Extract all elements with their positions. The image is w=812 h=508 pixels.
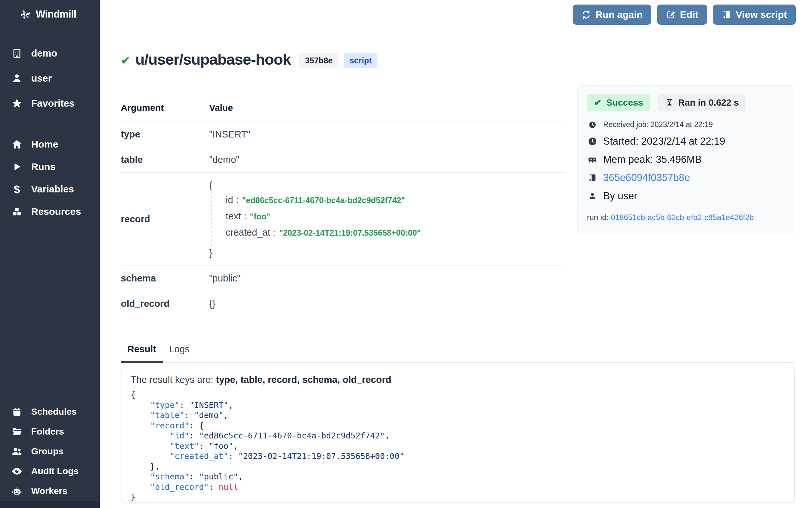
argument-value: "INSERT": [209, 122, 564, 147]
table-row: record { id : "ed86c5cc-6711-4670-bc4a-b…: [121, 173, 564, 266]
sidebar-item-user[interactable]: user: [0, 66, 100, 91]
code-line: {: [131, 390, 785, 400]
scroll-icon: [587, 173, 598, 182]
run-id-link[interactable]: 018651cb-ac5b-62cb-efb2-c85a1e426f2b: [611, 213, 754, 222]
sidebar-item-folders[interactable]: Folders: [0, 422, 100, 441]
memory-icon: [587, 155, 598, 164]
sidebar-item-label: Audit Logs: [31, 466, 79, 476]
code-token: {: [131, 390, 135, 399]
received-job-text: Received job: 2023/2/14 at 22:19: [603, 120, 713, 129]
hourglass-icon: [665, 98, 674, 107]
sidebar-item-resources[interactable]: Resources: [0, 200, 100, 223]
table-row: old_record {}: [121, 291, 564, 316]
code-token: "type": [150, 400, 179, 410]
sidebar-workspace-group: demo user Favorites: [0, 29, 100, 125]
star-icon: [11, 97, 23, 109]
status-badges: ✔ Success Ran in 0.622 s: [587, 94, 784, 111]
sidebar-item-workers[interactable]: Workers: [0, 481, 100, 501]
code-line: "record": {: [131, 421, 785, 431]
result-panel: The result keys are: type, table, record…: [121, 367, 795, 503]
tab-result[interactable]: Result: [121, 342, 163, 363]
code-line: }: [131, 492, 785, 503]
started-row: Started: 2023/2/14 at 22:19: [587, 135, 784, 147]
user-icon: [11, 73, 23, 84]
success-label: Success: [606, 97, 643, 108]
sidebar-item-label: Workers: [31, 486, 67, 496]
value-column-header: Value: [209, 98, 564, 122]
view-script-label: View script: [736, 9, 787, 20]
argument-name: record: [121, 173, 209, 266]
sidebar-item-variables[interactable]: $ Variables: [0, 178, 100, 200]
code-token: "text": [170, 441, 199, 451]
sidebar-item-audit-logs[interactable]: Audit Logs: [0, 461, 100, 481]
folder-icon: [11, 426, 23, 437]
refresh-icon: [581, 10, 591, 19]
argument-value: "demo": [209, 147, 564, 173]
code-token: [131, 472, 150, 481]
by-user-row: By user: [587, 190, 784, 202]
play-icon: [11, 162, 23, 172]
eye-icon: [11, 465, 23, 477]
script-hash-link[interactable]: 365e6094f0357b8e: [603, 172, 690, 184]
sidebar-item-demo[interactable]: demo: [0, 41, 100, 66]
page-title: u/user/supabase-hook: [135, 50, 291, 68]
code-token: "created_at": [170, 452, 228, 461]
run-again-button[interactable]: Run again: [573, 5, 651, 25]
sidebar-item-runs[interactable]: Runs: [0, 155, 100, 178]
record-key: created_at: [226, 227, 270, 238]
code-token: }: [131, 493, 135, 502]
code-token: },: [131, 462, 160, 471]
record-object-viewer: { id : "ed86c5cc-6711-4670-bc4a-bd2c9d52…: [209, 173, 564, 266]
check-icon: ✔: [594, 97, 602, 108]
windmill-logo[interactable]: Windmill: [0, 0, 100, 29]
record-value: "foo": [250, 212, 270, 221]
result-keys-summary: The result keys are: type, table, record…: [131, 374, 785, 385]
run-id-label: run id:: [587, 213, 611, 222]
sidebar-item-groups[interactable]: Groups: [0, 441, 100, 461]
code-line: "id": "ed86c5cc-6711-4670-bc4a-bd2c9d52f…: [131, 431, 785, 441]
user-icon: [587, 192, 598, 200]
table-row: table "demo": [121, 147, 564, 173]
code-token: [131, 421, 150, 430]
code-line: "schema": "public",: [131, 472, 785, 482]
argument-value: "public": [209, 266, 564, 291]
arguments-table: Argument Value type "INSERT" table "demo…: [121, 98, 564, 316]
record-entry: created_at : "2023-02-14T21:19:07.535658…: [226, 227, 564, 244]
code-token: "2023-02-14T21:19:07.535658+00:00": [238, 452, 404, 461]
result-keys-list: type, table, record, schema, old_record: [216, 374, 391, 385]
arguments-header-row: Argument Value: [121, 98, 564, 122]
sidebar-item-label: Home: [31, 139, 58, 150]
argument-name: old_record: [121, 291, 209, 316]
record-entries: id : "ed86c5cc-6711-4670-bc4a-bd2c9d52f7…: [211, 192, 564, 246]
title-row: ✔ u/user/supabase-hook 357b8e script: [121, 50, 377, 68]
clock-icon: [587, 137, 598, 146]
code-token: ,: [233, 441, 238, 451]
scroll-icon: [722, 10, 731, 19]
argument-name: table: [121, 147, 209, 173]
record-entry: text : "foo": [226, 211, 564, 227]
tab-logs[interactable]: Logs: [163, 342, 196, 363]
sidebar-item-favorites[interactable]: Favorites: [0, 91, 100, 116]
record-open-brace: {: [209, 180, 564, 191]
sidebar-spacer: [0, 226, 100, 402]
status-badge: ✔ Success: [587, 94, 650, 111]
app-title: Windmill: [36, 8, 76, 20]
code-token: ,: [228, 400, 233, 410]
edit-button[interactable]: Edit: [657, 5, 707, 25]
record-colon: :: [236, 195, 239, 205]
sidebar-item-label: demo: [31, 48, 57, 59]
argument-name: schema: [121, 266, 209, 291]
sidebar-item-home[interactable]: Home: [0, 133, 100, 155]
sidebar-item-label: Resources: [31, 206, 81, 217]
record-key: text: [226, 211, 241, 222]
code-token: "old_record": [150, 482, 209, 492]
mem-peak-row: Mem peak: 35.496MB: [587, 154, 784, 165]
sidebar-admin-group: Schedules Folders: [0, 402, 100, 501]
code-token: "public": [199, 472, 238, 481]
code-line: "table": "demo",: [131, 410, 785, 421]
argument-value: {}: [209, 291, 564, 316]
sidebar-item-schedules[interactable]: Schedules: [0, 402, 100, 422]
result-keys-prefix: The result keys are:: [131, 374, 216, 385]
sidebar-item-label: user: [31, 73, 52, 84]
view-script-button[interactable]: View script: [713, 5, 796, 25]
